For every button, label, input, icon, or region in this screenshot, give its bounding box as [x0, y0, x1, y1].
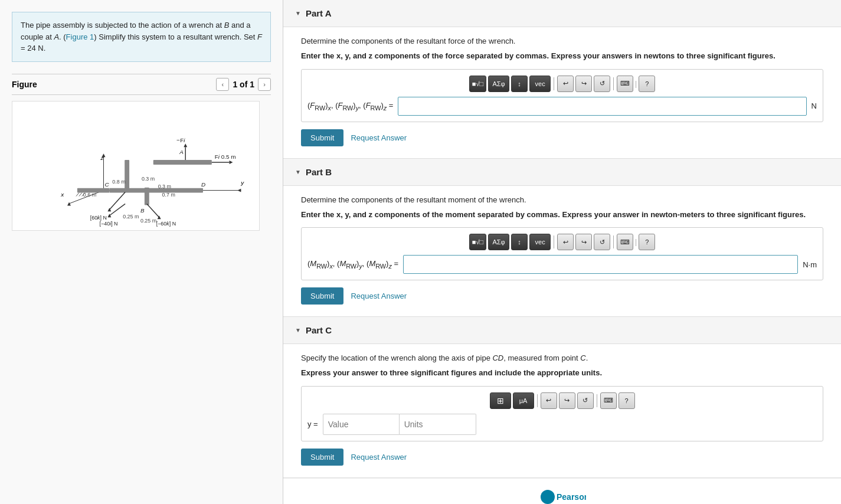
- part-b-arrows-btn[interactable]: ↕: [511, 234, 528, 250]
- part-b-answer-input[interactable]: [403, 255, 798, 274]
- svg-text:0.25 m: 0.25 m: [140, 218, 156, 224]
- part-c-redo-btn[interactable]: ↪: [559, 392, 575, 409]
- part-b-label: Part B: [306, 167, 332, 177]
- part-a-help-btn[interactable]: ?: [639, 76, 655, 92]
- part-a-sqrt-btn[interactable]: ■√□: [469, 76, 486, 92]
- part-c-keyboard-btn[interactable]: ⌨: [600, 392, 617, 409]
- part-c-units-input[interactable]: [400, 414, 476, 435]
- part-b-submit-button[interactable]: Submit: [301, 287, 343, 305]
- svg-text:[60k] N: [60k] N: [90, 215, 107, 221]
- problem-text: The pipe assembly is subjected to the ac…: [21, 21, 262, 53]
- figure-diagram: x z y C D: [12, 102, 259, 230]
- pearson-text: Pearson: [557, 492, 586, 502]
- part-a-refresh-btn[interactable]: ↺: [594, 76, 610, 92]
- part-a-header[interactable]: ▼ Part A: [283, 0, 841, 27]
- svg-text:0.7 m: 0.7 m: [162, 191, 175, 197]
- part-b-header[interactable]: ▼ Part B: [283, 159, 841, 186]
- part-c-input-row: y =: [307, 414, 817, 435]
- part-b-input-row: (MRW)x, (MRW)y, (MRW)z = N·m: [307, 255, 817, 274]
- svg-point-44: [541, 490, 555, 504]
- part-c-request-link[interactable]: Request Answer: [351, 453, 407, 462]
- part-b-vec-btn[interactable]: vec: [529, 234, 551, 250]
- part-c-sep1: [537, 394, 538, 407]
- figure-link[interactable]: Figure 1: [66, 32, 94, 41]
- part-c-submit-button[interactable]: Submit: [301, 449, 343, 466]
- part-b-help-btn[interactable]: ?: [639, 234, 655, 250]
- pearson-footer: Pearson: [283, 478, 841, 505]
- part-a-answer-box: ■√□ ΑΣφ ↕ vec ↩ ↪ ↺ ⌨ | ? (FRW)x, (FRW)y…: [301, 69, 823, 122]
- svg-text:[−60k] N: [−60k] N: [156, 221, 176, 227]
- part-b-unit: N·m: [803, 260, 817, 269]
- part-b-separator-text: |: [635, 238, 637, 246]
- figure-nav: ‹ 1 of 1 ›: [216, 78, 271, 91]
- svg-rect-0: [13, 102, 258, 230]
- part-c-refresh-btn[interactable]: ↺: [577, 392, 594, 409]
- part-a-keyboard-btn[interactable]: ⌨: [617, 76, 633, 92]
- left-panel: The pipe assembly is subjected to the ac…: [0, 0, 283, 504]
- part-a-instruction: Enter the x, y, and z components of the …: [301, 50, 823, 62]
- part-a-submit-button[interactable]: Submit: [301, 129, 343, 146]
- part-a-toolbar: ■√□ ΑΣφ ↕ vec ↩ ↪ ↺ ⌨ | ?: [307, 76, 817, 92]
- svg-text:y: y: [240, 179, 244, 185]
- part-a-description: Determine the components of the resultan…: [301, 37, 823, 45]
- figure-prev-button[interactable]: ‹: [216, 78, 229, 91]
- part-c-value-units-row: [323, 414, 476, 435]
- part-b-request-link[interactable]: Request Answer: [351, 292, 407, 300]
- part-b-redo-btn[interactable]: ↪: [575, 234, 592, 250]
- part-b-answer-box: ■√□ ΑΣφ ↕ vec ↩ ↪ ↺ ⌨ | ? (MRW)x, (MRW)y…: [301, 227, 823, 280]
- part-a-input-row: (FRW)x, (FRW)y, (FRW)z = N: [307, 97, 817, 116]
- problem-box: The pipe assembly is subjected to the ac…: [12, 12, 271, 62]
- part-c-y-label: y =: [307, 420, 318, 428]
- part-b-keyboard-btn[interactable]: ⌨: [617, 234, 633, 250]
- part-a-request-link[interactable]: Request Answer: [351, 133, 407, 142]
- part-b-sep1: [554, 235, 554, 248]
- part-b-refresh-btn[interactable]: ↺: [594, 234, 610, 250]
- svg-text:C: C: [104, 181, 109, 187]
- right-panel: ▼ Part A Determine the components of the…: [283, 0, 841, 504]
- part-c-header[interactable]: ▼ Part C: [283, 317, 841, 344]
- part-b-sigma-btn[interactable]: ΑΣφ: [488, 234, 509, 250]
- part-c-action-row: Submit Request Answer: [301, 449, 823, 466]
- svg-rect-16: [145, 187, 149, 205]
- part-c-help-btn[interactable]: ?: [619, 392, 635, 409]
- svg-rect-40: [77, 188, 110, 192]
- part-b-section: ▼ Part B Determine the components of the…: [283, 159, 841, 318]
- part-a-body: Determine the components of the resultan…: [283, 27, 841, 158]
- part-a-section: ▼ Part A Determine the components of the…: [283, 0, 841, 159]
- part-b-collapse-icon: ▼: [295, 169, 301, 175]
- part-c-section: ▼ Part C Specify the location of the wre…: [283, 317, 841, 478]
- part-b-undo-btn[interactable]: ↩: [557, 234, 574, 250]
- part-a-unit: N: [811, 102, 817, 110]
- part-a-redo-btn[interactable]: ↪: [575, 76, 592, 92]
- part-c-mu-btn[interactable]: μA: [513, 392, 534, 409]
- svg-rect-13: [125, 160, 129, 189]
- part-b-sep2: [613, 235, 614, 248]
- svg-rect-15: [153, 160, 212, 165]
- part-a-arrows-btn[interactable]: ↕: [511, 76, 528, 92]
- part-c-instruction: Express your answer to three significant…: [301, 367, 823, 379]
- part-c-undo-btn[interactable]: ↩: [541, 392, 557, 409]
- part-b-description: Determine the components of the resultan…: [301, 195, 823, 204]
- part-a-vec-btn[interactable]: vec: [529, 76, 551, 92]
- part-a-action-row: Submit Request Answer: [301, 129, 823, 146]
- part-c-grid-btn[interactable]: ⊞: [490, 392, 511, 409]
- figure-next-button[interactable]: ›: [258, 78, 271, 91]
- part-a-sep1: [554, 77, 554, 90]
- part-c-body: Specify the location of the wrench along…: [283, 344, 841, 477]
- figure-header: Figure ‹ 1 of 1 ›: [12, 74, 271, 95]
- part-a-sigma-btn[interactable]: ΑΣφ: [488, 76, 509, 92]
- page-indicator: 1 of 1: [233, 80, 254, 89]
- svg-rect-10: [109, 188, 203, 192]
- part-b-sqrt-btn[interactable]: ■√□: [469, 234, 486, 250]
- figure-label: Figure: [12, 80, 37, 89]
- svg-text:0.3 m: 0.3 m: [142, 175, 155, 181]
- svg-text:0.8 m: 0.8 m: [112, 178, 125, 184]
- part-c-toolbar: ⊞ μA ↩ ↪ ↺ ⌨ ?: [307, 392, 817, 409]
- figure-image: x z y C D: [12, 101, 260, 231]
- part-a-undo-btn[interactable]: ↩: [557, 76, 574, 92]
- part-a-answer-input[interactable]: [398, 97, 806, 116]
- part-c-value-input[interactable]: [323, 414, 400, 435]
- part-b-action-row: Submit Request Answer: [301, 287, 823, 305]
- part-b-body: Determine the components of the resultan…: [283, 186, 841, 317]
- part-a-collapse-icon: ▼: [295, 10, 301, 17]
